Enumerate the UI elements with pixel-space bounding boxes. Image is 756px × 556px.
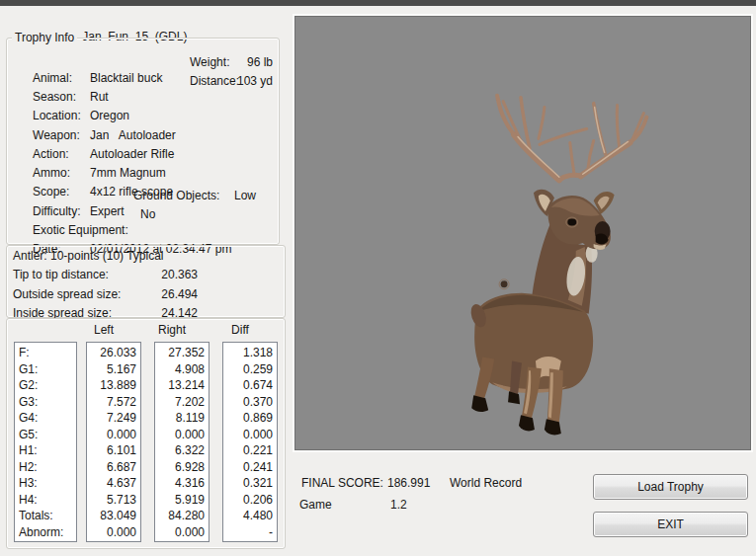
diff-value: 0.321: [223, 475, 277, 492]
season-row: Season:Rut Distance: 103 yd: [13, 73, 275, 89]
game-version-value: 1.2: [390, 497, 407, 513]
difficulty-row: Difficulty:Expert Ground Objects: Low: [13, 188, 275, 203]
measure-right-box: 27.352 4.908 13.214 7.202 8.119 0.000 6.…: [154, 342, 210, 542]
diff-value: 4.480: [223, 508, 277, 524]
right-value: 0.000: [155, 524, 209, 541]
outside-spread-row: Outside spread size: 26.494: [13, 286, 281, 302]
measure-label: H4:: [15, 492, 76, 509]
trophy-info-groupbox: Trophy Info Animal:Blacktail buck Weight…: [6, 38, 280, 245]
ground-objects-label: Ground Objects:: [133, 188, 219, 203]
measure-label: H2:: [15, 459, 76, 476]
measure-left-box: 26.033 5.167 13.889 7.572 7.249 0.000 6.…: [86, 342, 141, 542]
left-value: 7.572: [87, 394, 140, 411]
right-value: 13.214: [155, 377, 209, 394]
game-label: Game: [299, 497, 332, 513]
trophy-viewer-window: Hunter:Jan Fun 15 (GDL) Trophy Info Anim…: [0, 0, 756, 556]
right-value: 0.000: [155, 427, 209, 443]
outside-spread-label: Outside spread size:: [13, 287, 121, 301]
left-value: 7.249: [87, 410, 140, 427]
tip-to-tip-label: Tip to tip distance:: [13, 268, 109, 281]
trophy-info-title: Trophy Info: [12, 31, 77, 44]
left-value: 6.101: [87, 442, 140, 459]
exotic-equipment-value: No: [140, 206, 155, 222]
left-value: 83.049: [87, 508, 140, 524]
location-row: Location:Oregon: [13, 92, 275, 108]
diff-value: 0.370: [223, 394, 277, 411]
measure-label: G5:: [15, 427, 76, 443]
trophy-deer-render: [295, 17, 750, 449]
measure-diff-box: 1.318 0.259 0.674 0.370 0.869 0.000 0.22…: [222, 342, 278, 542]
hunter-line: Hunter:Jan Fun 15 (GDL): [8, 13, 187, 29]
left-value: 0.000: [87, 524, 140, 541]
diff-value: 0.869: [223, 410, 277, 427]
diff-value: 0.221: [223, 442, 277, 459]
left-value: 4.637: [87, 475, 140, 492]
world-record-badge: World Record: [450, 475, 522, 491]
right-value: 7.202: [155, 394, 209, 411]
action-row: Action:Autoloader Rifle: [13, 130, 275, 146]
diff-value: 0.259: [223, 361, 277, 378]
weight-value: 96 lb: [247, 54, 273, 70]
diff-value: 0.241: [223, 459, 277, 476]
measure-label: G2:: [15, 377, 76, 394]
diff-value: 0.000: [223, 427, 277, 443]
right-value: 84.280: [155, 508, 209, 524]
left-value: 13.889: [87, 377, 140, 394]
measure-label: G1:: [15, 361, 76, 378]
trophy-render-panel: [294, 16, 751, 450]
measure-label: F:: [15, 345, 76, 361]
left-value: 5.167: [87, 361, 140, 378]
measure-label: G3:: [15, 394, 76, 411]
distance-label: Distance:: [190, 73, 239, 89]
diff-value: 1.318: [223, 345, 277, 361]
left-value: 6.687: [87, 459, 140, 476]
date-row: Date:02/01/2012 at 02:34:47 pm: [13, 225, 275, 241]
animal-row: Animal:Blacktail buck Weight: 96 lb: [13, 54, 275, 70]
outside-spread-value: 26.494: [148, 286, 198, 302]
left-value: 0.000: [87, 427, 140, 443]
left-value: 26.033: [87, 345, 140, 361]
right-column-header: Right: [144, 323, 200, 337]
right-value: 4.908: [155, 361, 209, 378]
load-trophy-button[interactable]: Load Trophy: [593, 474, 748, 500]
left-column-header: Left: [76, 323, 131, 337]
exotic-equipment-row: Exotic Equipment: No: [13, 206, 275, 222]
window-top-bar: [0, 0, 756, 6]
right-value: 4.316: [155, 475, 209, 492]
tip-to-tip-row: Tip to tip distance: 20.363: [13, 267, 281, 282]
weight-label: Weight:: [190, 54, 229, 70]
right-value: 8.119: [155, 410, 209, 427]
diff-value: -: [223, 524, 277, 541]
ground-objects-value: Low: [234, 188, 256, 203]
diff-column-header: Diff: [212, 323, 268, 337]
distance-value: 103 yd: [237, 73, 273, 89]
antler-summary-row: Antler: 10-points (10) Typical: [13, 248, 281, 264]
measure-label: Abnorm:: [15, 524, 76, 541]
measurements-groupbox: Left Right Diff F: G1: G2: G3: G4: G5: H…: [6, 318, 286, 549]
antler-groupbox: Antler: 10-points (10) Typical Tip to ti…: [6, 245, 286, 318]
antler-summary: Antler: 10-points (10) Typical: [13, 249, 164, 263]
left-value: 5.713: [87, 492, 140, 509]
measure-label: Totals:: [15, 508, 76, 524]
measure-label: H1:: [15, 442, 76, 459]
right-value: 5.919: [155, 492, 209, 509]
measure-labels-box: F: G1: G2: G3: G4: G5: H1: H2: H3: H4: T…: [14, 342, 77, 542]
final-score-value: 186.991: [387, 475, 430, 491]
right-value: 6.322: [155, 442, 209, 459]
scope-row: Scope:4x12 rifle scope: [13, 168, 275, 184]
right-value: 27.352: [155, 345, 209, 361]
measure-label: G4:: [15, 410, 76, 427]
tip-to-tip-value: 20.363: [148, 267, 198, 282]
right-value: 6.928: [155, 459, 209, 476]
weapon-row: Weapon:Jan Autoloader: [13, 112, 275, 127]
diff-value: 0.206: [223, 492, 277, 509]
final-score-label: FINAL SCORE:: [301, 475, 383, 491]
measure-label: H3:: [15, 475, 76, 492]
ammo-row: Ammo:7mm Magnum: [13, 149, 275, 165]
diff-value: 0.674: [223, 377, 277, 394]
exit-button[interactable]: EXIT: [593, 512, 748, 537]
